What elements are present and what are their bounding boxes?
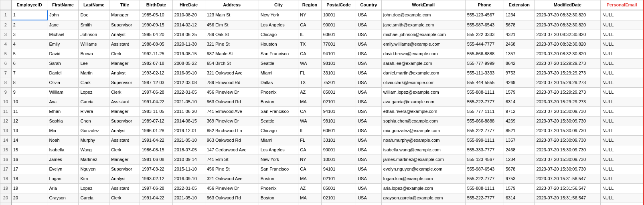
table-row[interactable]: 1010AvaGarciaAssistant1991-04-222021-05-…: [0, 97, 644, 107]
column-header-Country[interactable]: Country: [356, 0, 382, 10]
cell-Phone: 555-987-6543: [465, 20, 504, 30]
cell-PostalCode: 94101: [321, 203, 356, 205]
cell-EmployeeID: 16: [11, 155, 47, 165]
cell-HireDate: 2008-05-22: [172, 59, 205, 68]
table-row[interactable]: 77DanielMartinAnalyst1993-02-122016-09-1…: [0, 68, 644, 78]
cell-EmployeeID: 10: [11, 97, 47, 107]
cell-ModifiedDate: 2023-07-20 15:30:09.730: [535, 136, 601, 145]
cell-Title: Clerk: [109, 193, 140, 203]
column-header-Region[interactable]: Region: [298, 0, 322, 10]
cell-Country: USA: [356, 193, 382, 203]
cell-WorkEmail: olivia.clark@example.com: [381, 78, 465, 88]
table-row[interactable]: 1515IsabellaWangClerk1986-08-152018-07-0…: [0, 145, 644, 155]
cell-Country: USA: [356, 20, 382, 30]
table-row[interactable]: 1717EvelynNguyenSupervisor1997-03-222015…: [0, 165, 644, 174]
column-header-rowIndex[interactable]: [0, 0, 11, 10]
cell-PersonalEmail: NULL: [601, 184, 644, 193]
cell-WorkEmail: logan.kim@example.com: [381, 174, 465, 184]
column-header-LastName[interactable]: LastName: [79, 0, 109, 10]
column-header-PersonalEmail[interactable]: PersonalEmail: [601, 0, 644, 10]
column-header-Title[interactable]: Title: [109, 0, 140, 10]
column-header-EmployeeID[interactable]: EmployeeID: [11, 0, 47, 10]
table-row[interactable]: 33MichaelJohnsonAnalyst1995-04-202018-06…: [0, 30, 644, 40]
cell-WorkEmail: william.lopez@example.com: [381, 88, 465, 97]
table-row[interactable]: 1212SophiaChenSupervisor1989-07-122014-0…: [0, 117, 644, 126]
cell-Address: 321 Oakwood Ave: [205, 174, 259, 184]
table-row[interactable]: 2121LunaRiveraManager1983-11-052011-06-2…: [0, 203, 644, 205]
table-row[interactable]: 66SarahLeeManager1982-07-182008-05-22654…: [0, 59, 644, 68]
cell-City: Miami: [259, 136, 298, 145]
column-header-Phone[interactable]: Phone: [465, 0, 504, 10]
cell-EmployeeID: 13: [11, 126, 47, 136]
table-row[interactable]: 1616JamesMartinezManager1981-06-082010-0…: [0, 155, 644, 165]
table-row[interactable]: 1111EthanRiveraManager1983-11-052011-06-…: [0, 107, 644, 117]
cell-PostalCode: 90001: [321, 20, 356, 30]
cell-Title: Clerk: [109, 88, 140, 97]
cell-Country: USA: [356, 155, 382, 165]
cell-Extension: 1579: [504, 184, 535, 193]
column-header-FirstName[interactable]: FirstName: [47, 0, 79, 10]
column-header-HireDate[interactable]: HireDate: [172, 0, 205, 10]
cell-Region: CA: [298, 49, 322, 59]
cell-rowIndex: 11: [0, 107, 11, 117]
column-header-ModifiedDate[interactable]: ModifiedDate: [535, 0, 601, 10]
table-row[interactable]: 11JohnDoeManager1985-05-102010-08-20123 …: [0, 10, 644, 20]
cell-Region: IL: [298, 30, 322, 40]
cell-LastName: Lee: [79, 59, 109, 68]
cell-Country: USA: [356, 10, 382, 20]
cell-Address: 123 Main St: [205, 10, 259, 20]
cell-Phone: 555-444-5555: [465, 78, 504, 88]
cell-HireDate: 2016-09-10: [172, 174, 205, 184]
cell-ModifiedDate: 2023-07-20 15:29:29.273: [535, 88, 601, 97]
column-header-PostalCode[interactable]: PostalCode: [321, 0, 356, 10]
table-row[interactable]: 1919AriaLopezAssistant1997-06-282022-01-…: [0, 184, 644, 193]
table-row[interactable]: 55DavidBrownClerk1992-11-252019-08-15987…: [0, 49, 644, 59]
cell-Extension: 4269: [504, 117, 535, 126]
cell-Extension: 1357: [504, 49, 535, 59]
cell-Country: USA: [356, 78, 382, 88]
cell-ModifiedDate: 2023-07-20 08:32:30.820: [535, 10, 601, 20]
cell-EmployeeID: 15: [11, 145, 47, 155]
cell-ModifiedDate: 2023-07-20 08:32:30.820: [535, 49, 601, 59]
column-header-Extension[interactable]: Extension: [504, 0, 535, 10]
cell-Address: 456 Pineview Dr: [205, 184, 259, 193]
cell-rowIndex: 17: [0, 165, 11, 174]
cell-Extension: 2468: [504, 40, 535, 49]
cell-rowIndex: 1: [0, 10, 11, 20]
cell-ModifiedDate: 2023-07-20 15:30:09.730: [535, 165, 601, 174]
cell-EmployeeID: 14: [11, 136, 47, 145]
cell-LastName: Gonzalez: [79, 126, 109, 136]
table-row[interactable]: 1313MiaGonzalezAnalyst1996-01-282019-12-…: [0, 126, 644, 136]
cell-City: New York: [259, 155, 298, 165]
cell-rowIndex: 20: [0, 193, 11, 203]
cell-PostalCode: 02101: [321, 97, 356, 107]
cell-Phone: 555-222-7777: [465, 126, 504, 136]
cell-PostalCode: 60601: [321, 126, 356, 136]
table-row[interactable]: 88OliviaClarkSupervisor1987-12-032012-03…: [0, 78, 644, 88]
table-row[interactable]: 99WilliamLopezClerk1997-06-282022-01-054…: [0, 88, 644, 97]
table-row[interactable]: 1414NoahMurphyAssistant1991-04-222021-05…: [0, 136, 644, 145]
cell-Country: USA: [356, 117, 382, 126]
cell-HireDate: 2011-06-20: [172, 203, 205, 205]
cell-WorkEmail: michael.johnson@example.com: [381, 30, 465, 40]
cell-Region: IL: [298, 126, 322, 136]
cell-HireDate: 2020-11-30: [172, 40, 205, 49]
table-row[interactable]: 22JaneSmithSupervisor1990-09-152014-02-1…: [0, 20, 644, 30]
table-row[interactable]: 1818LoganKimAnalyst1993-02-122016-09-103…: [0, 174, 644, 184]
cell-ModifiedDate: 2023-07-20 15:29:29.273: [535, 68, 601, 78]
cell-PostalCode: 33101: [321, 68, 356, 78]
table-row[interactable]: 2020GraysonGarciaClerk1991-04-222021-05-…: [0, 193, 644, 203]
cell-FirstName: Luna: [47, 203, 79, 205]
column-header-City[interactable]: City: [259, 0, 298, 10]
column-header-Address[interactable]: Address: [205, 0, 259, 10]
cell-PersonalEmail: NULL: [601, 78, 644, 88]
table-row[interactable]: 44EmilyWilliamsAssistant1988-08-052020-1…: [0, 40, 644, 49]
cell-rowIndex: 12: [0, 117, 11, 126]
cell-rowIndex: 16: [0, 155, 11, 165]
cell-LastName: Lopez: [79, 88, 109, 97]
column-header-WorkEmail[interactable]: WorkEmail: [381, 0, 465, 10]
cell-LastName: Wang: [79, 145, 109, 155]
cell-EmployeeID: 2: [11, 20, 47, 30]
cell-Region: MA: [298, 174, 322, 184]
column-header-BirthDate[interactable]: BirthDate: [140, 0, 172, 10]
